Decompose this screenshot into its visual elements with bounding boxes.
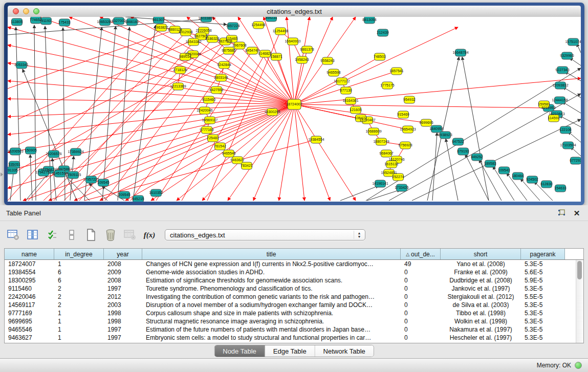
table-cell[interactable]: 5.3E-5 bbox=[521, 285, 565, 293]
row-height-icon[interactable] bbox=[64, 228, 79, 242]
table-cell[interactable]: Genome-wide association studies in ADHD. bbox=[142, 268, 401, 276]
citation-edge-directed[interactable] bbox=[79, 39, 212, 201]
table-row[interactable]: 911546021997Tourette syndrome. Phenomeno… bbox=[5, 285, 576, 293]
table-cell[interactable]: Tourette syndrome. Phenomenology and cla… bbox=[142, 285, 401, 293]
citation-edge-directed[interactable] bbox=[279, 104, 294, 201]
table-cell[interactable]: 1 bbox=[54, 317, 104, 325]
citation-edge[interactable] bbox=[340, 186, 379, 201]
table-cell[interactable]: Wolkin et al. (1998) bbox=[441, 317, 521, 325]
table-cell[interactable]: 0 bbox=[401, 293, 441, 301]
table-cell[interactable]: Estimation of the future numbers of pati… bbox=[142, 325, 401, 334]
table-cell[interactable]: 1998 bbox=[104, 309, 142, 317]
column-header-out_de[interactable]: △out_de... bbox=[401, 249, 441, 259]
table-row[interactable]: 1938455462009Genome-wide association stu… bbox=[5, 268, 576, 276]
citation-edge[interactable] bbox=[562, 102, 581, 113]
table-cell[interactable]: 2008 bbox=[104, 260, 142, 268]
citation-edge[interactable] bbox=[52, 158, 56, 201]
table-cell[interactable]: 9777169 bbox=[5, 309, 54, 317]
citation-edge[interactable] bbox=[34, 25, 36, 201]
citation-edge[interactable] bbox=[102, 26, 116, 201]
table-cell[interactable]: 2 bbox=[54, 285, 104, 293]
table-cell[interactable]: de Silva et al. (2003) bbox=[441, 301, 521, 309]
network-canvas[interactable]: 1138057746529119317543310653287132700268… bbox=[8, 17, 581, 202]
table-row[interactable]: 977716911998Corpus callosum shape and si… bbox=[5, 309, 576, 317]
table-vertical-scrollbar[interactable] bbox=[576, 260, 583, 343]
table-cell[interactable]: Investigating the contribution of common… bbox=[142, 293, 401, 301]
citation-edge-directed[interactable] bbox=[294, 27, 458, 104]
delete-icon[interactable] bbox=[103, 228, 118, 242]
table-cell[interactable]: 1997 bbox=[104, 334, 142, 342]
table-cell[interactable]: 49 bbox=[401, 260, 441, 268]
table-cell[interactable]: 0 bbox=[401, 334, 441, 342]
citation-edge-directed[interactable] bbox=[253, 104, 294, 201]
table-cell[interactable]: 1 bbox=[54, 325, 104, 334]
citation-edge-directed[interactable] bbox=[8, 104, 294, 117]
table-cell[interactable]: 0 bbox=[401, 325, 441, 334]
table-row[interactable]: 1456911722003Disruption of a novel membe… bbox=[5, 301, 576, 309]
column-visibility-icon[interactable] bbox=[45, 228, 59, 242]
citation-edge[interactable] bbox=[367, 190, 400, 201]
close-panel-icon[interactable]: ✕ bbox=[572, 208, 582, 218]
table-cell[interactable]: Hescheler et al. (1997) bbox=[441, 334, 521, 342]
citation-edge[interactable] bbox=[118, 27, 129, 201]
table-row[interactable]: 2242004622012Investigating the contribut… bbox=[5, 293, 576, 301]
table-row[interactable]: 946554611997Estimation of the future num… bbox=[5, 325, 576, 334]
table-cell[interactable]: 5.5E-5 bbox=[521, 293, 565, 301]
column-chooser-icon[interactable] bbox=[26, 228, 40, 242]
scrollbar-thumb[interactable] bbox=[577, 261, 582, 279]
network-window[interactable]: citations_edges.txt 11380577465291193175… bbox=[4, 3, 584, 205]
table-cell[interactable]: 2009 bbox=[104, 268, 142, 276]
citation-edge[interactable] bbox=[26, 174, 48, 201]
column-header-name[interactable]: name bbox=[5, 249, 54, 259]
function-builder-icon[interactable]: f(x) bbox=[142, 228, 157, 242]
minimize-window-icon[interactable] bbox=[23, 8, 29, 14]
table-cell[interactable]: 5.9E-5 bbox=[521, 276, 565, 285]
table-cell[interactable]: 9699695 bbox=[5, 317, 54, 325]
citation-edge[interactable] bbox=[563, 87, 581, 98]
table-cell[interactable]: Corpus callosum shape and size in male p… bbox=[142, 309, 401, 317]
table-cell[interactable]: 1997 bbox=[104, 285, 142, 293]
column-header-pagerank[interactable]: pagerank bbox=[521, 249, 565, 259]
citation-edge[interactable] bbox=[23, 69, 77, 201]
network-window-titlebar[interactable]: citations_edges.txt bbox=[8, 6, 581, 17]
table-cell[interactable]: 1998 bbox=[104, 317, 142, 325]
citation-edge[interactable] bbox=[462, 57, 489, 201]
table-cell[interactable]: 0 bbox=[401, 309, 441, 317]
column-header-title[interactable]: title bbox=[142, 249, 401, 259]
float-panel-icon[interactable] bbox=[556, 208, 567, 218]
network-graph[interactable]: 1138057746529119317543310653287132700268… bbox=[8, 17, 581, 202]
table-cell[interactable]: 5.3E-5 bbox=[521, 334, 565, 342]
table-cell[interactable]: 6 bbox=[54, 268, 104, 276]
table-cell[interactable]: 5.3E-5 bbox=[521, 317, 565, 325]
table-settings-icon[interactable] bbox=[6, 228, 20, 242]
table-cell[interactable]: Disruption of a novel member of a sodium… bbox=[142, 301, 401, 309]
table-row[interactable]: 946362711997Embryonic stem cells: a mode… bbox=[5, 334, 576, 342]
citation-edge[interactable] bbox=[446, 139, 458, 201]
table-cell[interactable]: Estimation of significance thresholds fo… bbox=[142, 276, 401, 285]
table-cell[interactable]: 0 bbox=[401, 301, 441, 309]
table-cell[interactable]: 0 bbox=[401, 276, 441, 285]
table-cell[interactable]: 9115460 bbox=[5, 285, 54, 293]
table-cell[interactable]: 2 bbox=[54, 293, 104, 301]
table-cell[interactable]: Structural magnetic resonance image aver… bbox=[142, 317, 401, 325]
table-cell[interactable]: 2003 bbox=[104, 301, 142, 309]
column-header-in_degree[interactable]: in_degree bbox=[54, 249, 104, 259]
table-cell[interactable]: 18300295 bbox=[5, 276, 54, 285]
table-cell[interactable]: 6 bbox=[54, 276, 104, 285]
table-cell[interactable]: 1 bbox=[54, 334, 104, 342]
table-selector-dropdown[interactable]: citations_edges.txt ▲▼ bbox=[165, 229, 365, 240]
table-cell[interactable]: 19384554 bbox=[5, 268, 54, 276]
table-cell[interactable]: 14569117 bbox=[5, 301, 54, 309]
citation-edge[interactable] bbox=[16, 27, 20, 201]
tab-node-table[interactable]: Node Table bbox=[214, 345, 265, 357]
citation-edge-directed[interactable] bbox=[8, 104, 294, 188]
table-cell[interactable]: 5.6E-5 bbox=[521, 268, 565, 276]
table-cell[interactable]: Jankovic et al. (1997) bbox=[441, 285, 521, 293]
table-cell[interactable]: 2 bbox=[54, 301, 104, 309]
table-cell[interactable]: 9465546 bbox=[5, 325, 54, 334]
citation-edge[interactable] bbox=[84, 27, 102, 201]
table-cell[interactable]: 9463627 bbox=[5, 334, 54, 342]
table-cell[interactable]: Stergiakouli et al. (2012) bbox=[441, 293, 521, 301]
table-row[interactable]: 1872400712008Changes of HCN gene express… bbox=[5, 260, 576, 268]
column-header-year[interactable]: year bbox=[104, 249, 142, 259]
